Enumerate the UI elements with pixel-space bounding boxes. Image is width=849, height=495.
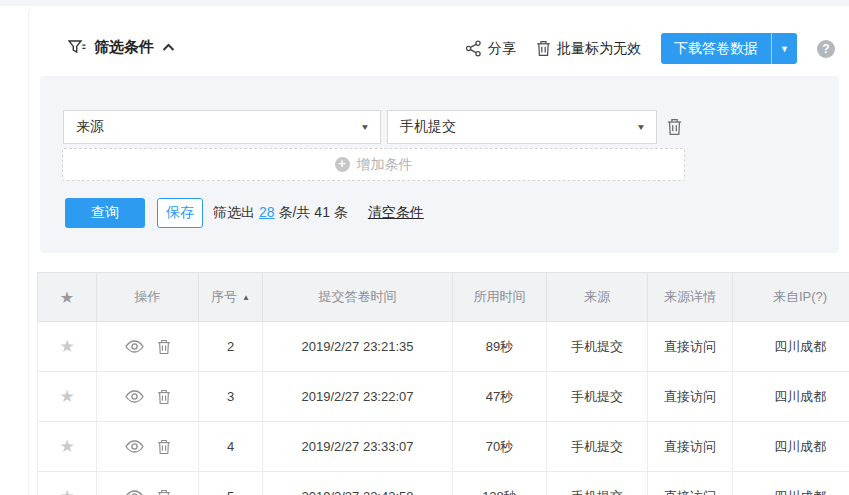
share-label: 分享 (488, 40, 516, 58)
trash-icon (666, 118, 683, 136)
question-icon: ? (822, 42, 829, 56)
cell-duration: 70秒 (453, 422, 547, 472)
cell-ip: 四川成都 (733, 322, 849, 372)
row-operations (98, 473, 197, 495)
table-body: ★22019/2/27 23:21:3589秒手机提交直接访问四川成都★3201… (38, 322, 849, 495)
cell-num: 2 (199, 322, 263, 372)
view-answer-button[interactable] (125, 390, 144, 403)
cell-star[interactable]: ★ (38, 322, 97, 372)
cell-detail: 直接访问 (648, 422, 733, 472)
condition-field-select[interactable]: 来源 ▼ (63, 110, 381, 144)
cell-star[interactable]: ★ (38, 472, 97, 495)
star-toggle[interactable]: ★ (59, 337, 74, 356)
cell-num: 3 (199, 372, 263, 422)
save-button[interactable]: 保存 (157, 198, 203, 228)
cell-detail: 直接访问 (648, 472, 733, 495)
star-toggle[interactable]: ★ (59, 387, 74, 406)
col-label-duration: 所用时间 (474, 289, 526, 304)
cell-ip: 四川成都 (733, 422, 849, 472)
select-caret-icon: ▼ (360, 122, 370, 131)
col-header-num[interactable]: 序号▲ (199, 273, 263, 322)
col-header-source: 来源 (547, 273, 648, 322)
result-prefix: 筛选出 (213, 204, 255, 220)
filter-toggle[interactable]: 筛选条件 (68, 36, 175, 58)
result-suffix: 条/共 41 条 (279, 204, 348, 220)
delete-answer-button[interactable] (157, 489, 171, 495)
cell-duration: 47秒 (453, 372, 547, 422)
filter-result-text: 筛选出28条/共 41 条 (213, 204, 348, 222)
view-answer-button[interactable] (125, 440, 144, 453)
add-condition-button[interactable]: + 增加条件 (62, 148, 685, 181)
cell-ops (97, 422, 199, 472)
delete-answer-button[interactable] (157, 439, 171, 455)
cell-ip: 四川成都 (733, 372, 849, 422)
trash-icon (536, 40, 551, 57)
trash-icon (157, 339, 171, 355)
cell-duration: 128秒 (453, 472, 547, 495)
cell-time: 2019/2/27 23:42:58 (263, 472, 453, 495)
cell-star[interactable]: ★ (38, 422, 97, 472)
cell-ops (97, 322, 199, 372)
row-operations (98, 423, 197, 470)
filter-actions: 查询 保存 筛选出28条/共 41 条 清空条件 (65, 198, 424, 228)
cell-detail: 直接访问 (648, 322, 733, 372)
download-button[interactable]: 下载答卷数据 (661, 33, 771, 64)
col-label-ops: 操作 (135, 289, 161, 304)
row-operations (98, 323, 197, 370)
star-toggle[interactable]: ★ (59, 437, 74, 456)
filter-toggle-label: 筛选条件 (94, 38, 154, 57)
row-operations (98, 373, 197, 420)
eye-icon (125, 340, 144, 353)
share-button[interactable]: 分享 (465, 40, 516, 58)
cell-source: 手机提交 (547, 422, 648, 472)
toolbar-right: 分享 批量标为无效 下载答卷数据 ▼ ? (465, 33, 835, 64)
view-answer-button[interactable] (125, 340, 144, 353)
batch-invalid-button[interactable]: 批量标为无效 (536, 40, 641, 58)
cell-source: 手机提交 (547, 372, 648, 422)
col-header-ops: 操作 (97, 273, 199, 322)
caret-down-icon: ▼ (780, 44, 789, 54)
col-label-detail: 来源详情 (664, 289, 716, 304)
clear-conditions-link[interactable]: 清空条件 (368, 204, 424, 222)
page: { "icons": { "star": "★", "sort_asc": "▲… (0, 0, 849, 495)
col-header-duration: 所用时间 (453, 273, 547, 322)
delete-answer-button[interactable] (157, 339, 171, 355)
col-label-num: 序号 (211, 289, 237, 304)
col-label-time: 提交答卷时间 (319, 289, 397, 304)
col-header-time: 提交答卷时间 (263, 273, 453, 322)
view-answer-button[interactable] (125, 490, 144, 495)
star-toggle[interactable]: ★ (59, 487, 74, 495)
condition-row: 来源 ▼ 手机提交 ▼ (63, 110, 683, 144)
star-icon: ★ (60, 289, 74, 306)
download-caret-button[interactable]: ▼ (771, 33, 797, 64)
col-label-ip: 来自IP(?) (773, 289, 827, 304)
filtered-count-link[interactable]: 28 (259, 204, 275, 220)
table-row: ★32019/2/27 23:22:0747秒手机提交直接访问四川成都 (38, 372, 849, 422)
table-header: ★操作序号▲提交答卷时间所用时间来源来源详情来自IP(?) (38, 273, 849, 322)
query-button[interactable]: 查询 (65, 198, 145, 228)
help-button[interactable]: ? (817, 40, 835, 58)
cell-time: 2019/2/27 23:33:07 (263, 422, 453, 472)
share-icon (465, 40, 482, 57)
eye-icon (125, 490, 144, 495)
select-caret-icon: ▼ (636, 122, 646, 131)
condition-field-value: 来源 (76, 118, 104, 136)
eye-icon (125, 390, 144, 403)
table-row: ★22019/2/27 23:21:3589秒手机提交直接访问四川成都 (38, 322, 849, 372)
cell-num: 5 (199, 472, 263, 495)
cell-time: 2019/2/27 23:22:07 (263, 372, 453, 422)
cell-source: 手机提交 (547, 472, 648, 495)
eye-icon (125, 440, 144, 453)
add-condition-label: 增加条件 (357, 156, 413, 174)
col-header-star[interactable]: ★ (38, 273, 97, 322)
col-label-source: 来源 (584, 289, 610, 304)
condition-delete-button[interactable] (666, 118, 683, 136)
chevron-up-icon (162, 43, 175, 52)
trash-icon (157, 489, 171, 495)
condition-value-select[interactable]: 手机提交 ▼ (387, 110, 657, 144)
funnel-filter-icon (68, 39, 86, 56)
delete-answer-button[interactable] (157, 389, 171, 405)
cell-star[interactable]: ★ (38, 372, 97, 422)
table-row: ★42019/2/27 23:33:0770秒手机提交直接访问四川成都 (38, 422, 849, 472)
cell-ops (97, 372, 199, 422)
